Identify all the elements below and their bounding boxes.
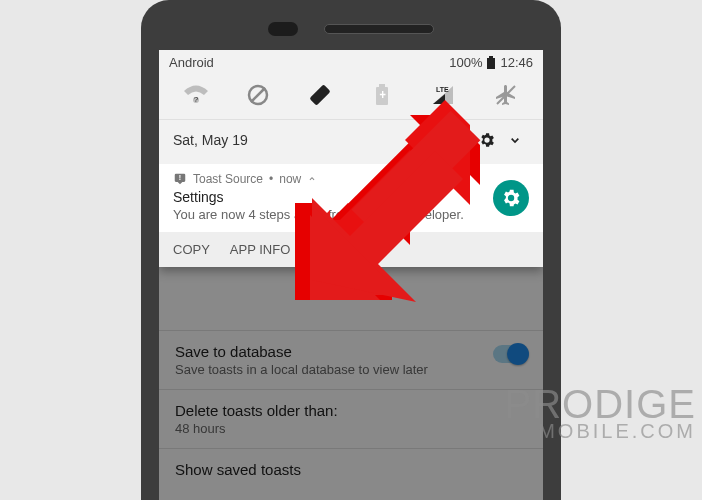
cellular-icon[interactable]: LTE: [430, 81, 458, 109]
svg-rect-1: [489, 56, 493, 58]
battery-percent: 100%: [449, 55, 482, 70]
notification-app-icon: !: [173, 172, 187, 186]
notification-actions: COPY APP INFO LAUNCH APP: [159, 232, 543, 267]
svg-text:?: ?: [194, 95, 199, 104]
phone-frame: Save to database Save toasts in a local …: [141, 0, 561, 500]
battery-icon: [486, 56, 496, 70]
airplane-mode-icon[interactable]: [492, 81, 520, 109]
action-launch-app[interactable]: LAUNCH APP: [310, 242, 392, 257]
svg-line-5: [251, 88, 265, 102]
watermark: PRODIGE MOBILE.COM: [505, 386, 696, 440]
do-not-disturb-icon[interactable]: [244, 81, 272, 109]
settings-gear-button[interactable]: [473, 126, 501, 154]
notification-shade: Android 100% 12:46 ?: [159, 50, 543, 267]
svg-rect-0: [487, 58, 495, 69]
quick-settings-row: ? LTE: [159, 73, 543, 119]
expand-chevron-button[interactable]: [501, 126, 529, 154]
action-app-info[interactable]: APP INFO: [230, 242, 290, 257]
notification-large-icon: [493, 180, 529, 216]
wifi-icon[interactable]: ?: [182, 81, 210, 109]
status-bar: Android 100% 12:46: [159, 50, 543, 73]
notification-app-name: Toast Source: [193, 172, 263, 186]
date-row: Sat, May 19: [159, 119, 543, 164]
clock: 12:46: [500, 55, 533, 70]
notification-title: Settings: [173, 189, 529, 205]
notification-body: You are now 4 steps away from being a de…: [173, 207, 529, 222]
watermark-line1: PRODIGE: [505, 386, 696, 422]
auto-rotate-icon[interactable]: [306, 81, 334, 109]
notification-card[interactable]: ! Toast Source • now Settings You are no…: [159, 164, 543, 232]
action-copy[interactable]: COPY: [173, 242, 210, 257]
svg-rect-8: [379, 84, 385, 87]
chevron-up-icon: [307, 174, 317, 184]
notification-when: now: [279, 172, 301, 186]
phone-sensors: [141, 22, 561, 36]
notification-header: ! Toast Source • now: [173, 172, 529, 186]
carrier-label: Android: [169, 55, 214, 70]
phone-screen: Save to database Save toasts in a local …: [159, 50, 543, 500]
battery-saver-icon[interactable]: [368, 81, 396, 109]
svg-text:!: !: [179, 174, 181, 181]
svg-text:LTE: LTE: [436, 86, 449, 93]
date-label: Sat, May 19: [173, 132, 248, 148]
svg-rect-6: [309, 84, 330, 105]
